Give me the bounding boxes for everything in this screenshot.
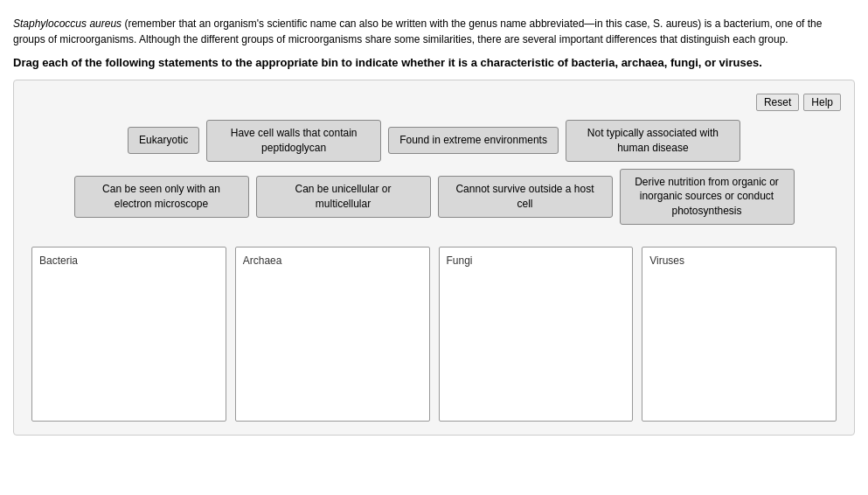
bin-viruses[interactable]: Viruses (642, 247, 837, 422)
intro-text-after: (remember that an organism's scientific … (13, 17, 822, 45)
draggable-item-host-cell[interactable]: Cannot survive outside a host cell (438, 176, 613, 218)
draggable-item-eukaryotic[interactable]: Eukaryotic (128, 127, 199, 154)
page-wrapper: Staphylococcus aureus (remember that an … (0, 0, 868, 444)
bin-archaea[interactable]: Archaea (235, 247, 430, 422)
draggable-item-unicellular[interactable]: Can be unicellular or multicellular (256, 176, 431, 218)
bin-label-viruses: Viruses (649, 254, 829, 267)
draggable-item-nutrition[interactable]: Derive nutrition from organic or inorgan… (620, 169, 795, 225)
bin-bacteria[interactable]: Bacteria (31, 247, 226, 422)
help-button[interactable]: Help (803, 94, 841, 111)
bin-fungi[interactable]: Fungi (439, 247, 634, 422)
bin-label-fungi: Fungi (447, 254, 626, 267)
draggable-item-cell-walls[interactable]: Have cell walls that contain peptidoglyc… (206, 120, 381, 162)
bin-label-archaea: Archaea (243, 254, 422, 267)
instructions: Drag each of the following statements to… (13, 56, 855, 69)
top-controls: Reset Help (27, 94, 841, 111)
bins-area: BacteriaArchaeaFungiViruses (27, 247, 841, 422)
draggable-item-not-associated[interactable]: Not typically associated with human dise… (566, 120, 740, 162)
draggable-item-electron-microscope[interactable]: Can be seen only with an electron micros… (74, 176, 249, 218)
bin-label-bacteria: Bacteria (39, 254, 219, 267)
draggable-items-area: EukaryoticHave cell walls that contain p… (27, 120, 841, 225)
intro-text: Staphylococcus aureus (remember that an … (13, 16, 855, 47)
italic-organism: Staphylococcus aureus (13, 17, 122, 30)
draggable-item-extreme-environments[interactable]: Found in extreme environments (388, 127, 559, 154)
drag-area: Reset Help EukaryoticHave cell walls tha… (13, 80, 855, 436)
reset-button[interactable]: Reset (756, 94, 799, 111)
